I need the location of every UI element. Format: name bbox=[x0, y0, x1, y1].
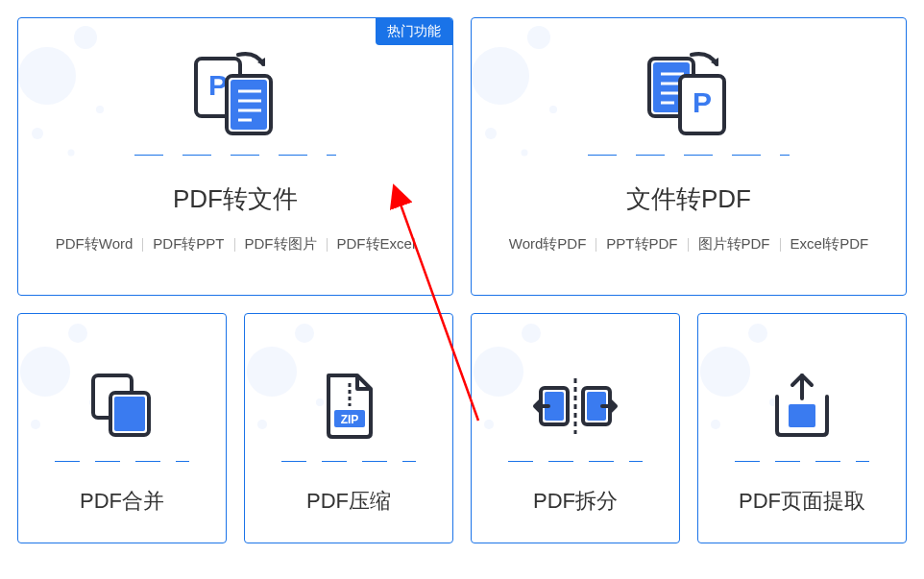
svg-point-50 bbox=[748, 324, 767, 343]
merge-icon bbox=[84, 362, 160, 449]
card-pdf-split[interactable]: PDF拆分 bbox=[471, 313, 680, 543]
svg-point-13 bbox=[472, 47, 529, 105]
svg-point-43 bbox=[484, 420, 494, 429]
sub-item: PPT转PDF bbox=[606, 235, 677, 253]
svg-point-4 bbox=[68, 150, 75, 157]
svg-point-49 bbox=[700, 347, 750, 397]
decorative-dots-icon bbox=[18, 18, 124, 172]
svg-point-0 bbox=[18, 47, 76, 105]
card-title: PDF压缩 bbox=[306, 487, 391, 516]
extract-icon bbox=[764, 362, 840, 449]
card-pdf-merge[interactable]: PDF合并 bbox=[17, 313, 227, 543]
svg-point-26 bbox=[20, 347, 70, 397]
svg-point-16 bbox=[485, 128, 497, 139]
svg-rect-32 bbox=[114, 397, 145, 431]
card-title: PDF页面提取 bbox=[739, 487, 865, 516]
card-pdf-compress[interactable]: ZIP PDF压缩 bbox=[244, 313, 453, 543]
card-file-to-pdf[interactable]: P 文件转PDF Word转PDF PPT转PDF 图片转PDF Excel转P… bbox=[471, 17, 907, 296]
card-title: PDF拆分 bbox=[533, 487, 618, 516]
sub-divider bbox=[596, 238, 596, 252]
divider-line bbox=[588, 155, 790, 156]
card-pdf-to-file[interactable]: 热门功能 P bbox=[17, 17, 453, 296]
svg-text:P: P bbox=[693, 86, 712, 118]
svg-rect-53 bbox=[789, 404, 815, 427]
divider-line bbox=[735, 461, 869, 462]
sub-divider bbox=[688, 238, 689, 252]
pdf-to-file-icon: P bbox=[182, 47, 288, 143]
sub-item: PDF转PPT bbox=[153, 235, 224, 253]
svg-point-2 bbox=[96, 106, 104, 113]
sub-item: PDF转图片 bbox=[245, 235, 317, 253]
divider-line bbox=[508, 461, 643, 462]
sub-divider bbox=[142, 238, 143, 252]
svg-point-40 bbox=[474, 347, 523, 397]
sub-features: PDF转Word PDF转PPT PDF转图片 PDF转Excel bbox=[56, 235, 415, 253]
decorative-dots-icon bbox=[472, 18, 577, 172]
svg-point-36 bbox=[257, 420, 267, 429]
card-title: 文件转PDF bbox=[626, 182, 751, 216]
sub-item: 图片转PDF bbox=[698, 235, 770, 253]
hot-badge: 热门功能 bbox=[376, 18, 452, 45]
svg-point-15 bbox=[549, 106, 557, 113]
svg-point-52 bbox=[711, 420, 720, 429]
file-to-pdf-icon: P bbox=[636, 47, 742, 143]
divider-line bbox=[134, 155, 336, 156]
feature-grid: 热门功能 P bbox=[17, 17, 907, 543]
sub-divider bbox=[327, 238, 328, 252]
svg-point-29 bbox=[31, 420, 40, 429]
svg-point-33 bbox=[247, 347, 297, 397]
svg-point-17 bbox=[522, 150, 528, 157]
svg-point-27 bbox=[68, 324, 87, 343]
divider-line bbox=[55, 461, 189, 462]
svg-point-34 bbox=[295, 324, 314, 343]
split-icon bbox=[529, 362, 621, 449]
bottom-row: PDF合并 ZIP PDF压缩 bbox=[17, 313, 907, 543]
sub-item: Word转PDF bbox=[509, 235, 587, 253]
svg-text:ZIP: ZIP bbox=[341, 413, 359, 426]
top-row: 热门功能 P bbox=[17, 17, 907, 296]
card-pdf-extract[interactable]: PDF页面提取 bbox=[697, 313, 907, 543]
sub-divider bbox=[780, 238, 781, 252]
divider-line bbox=[281, 461, 416, 462]
svg-point-41 bbox=[522, 324, 541, 343]
sub-item: PDF转Word bbox=[56, 235, 134, 253]
sub-item: Excel转PDF bbox=[790, 235, 869, 253]
compress-icon: ZIP bbox=[315, 362, 382, 449]
card-title: PDF合并 bbox=[80, 487, 164, 516]
svg-point-3 bbox=[32, 128, 43, 139]
sub-features: Word转PDF PPT转PDF 图片转PDF Excel转PDF bbox=[509, 235, 868, 253]
svg-point-14 bbox=[527, 26, 550, 49]
sub-item: PDF转Excel bbox=[337, 235, 416, 253]
svg-point-1 bbox=[74, 26, 97, 49]
sub-divider bbox=[234, 238, 235, 252]
card-title: PDF转文件 bbox=[173, 182, 298, 216]
svg-rect-8 bbox=[231, 80, 267, 130]
